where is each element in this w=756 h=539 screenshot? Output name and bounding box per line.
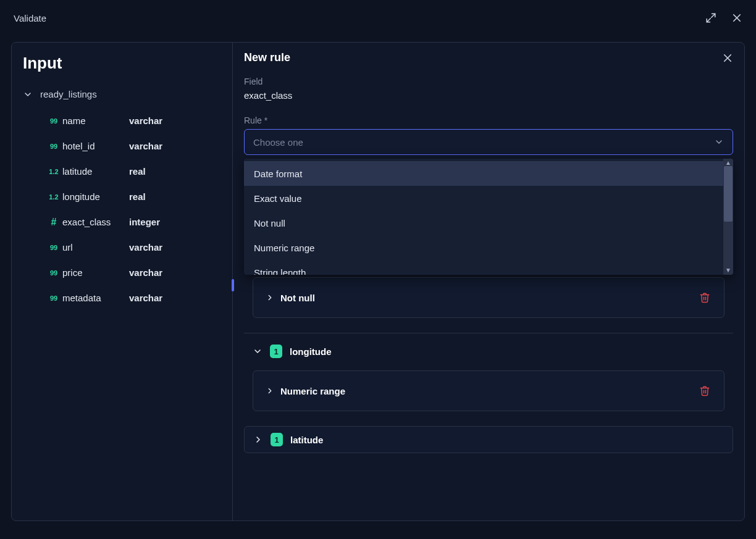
dropdown-item-numeric-range[interactable]: Numeric range (244, 235, 723, 260)
rule-name: Not null (280, 293, 315, 303)
field-type: integer (129, 217, 160, 227)
rule-name: Numeric range (280, 386, 345, 396)
field-type: real (129, 191, 146, 202)
chevron-down-icon (714, 137, 724, 147)
rule-dropdown-list: Date format Exact value Not null Numeric… (244, 159, 723, 275)
table-name: ready_listings (40, 89, 97, 99)
float-type-icon: 1.2 (45, 193, 62, 201)
new-rule-header: New rule (244, 51, 733, 64)
rule-select-placeholder: Choose one (253, 137, 303, 148)
page-title: Validate (14, 13, 46, 23)
field-type: varchar (129, 115, 162, 126)
chevron-right-icon[interactable] (266, 293, 274, 302)
main-panel: Input ready_listings 99 name varchar 99 … (11, 42, 745, 521)
table-tree-root[interactable]: ready_listings (20, 85, 224, 103)
string-type-icon: 99 (45, 143, 62, 150)
string-type-icon: 99 (45, 117, 62, 125)
new-rule-panel: New rule Field exact_class Rule * Choose… (233, 43, 744, 520)
field-row[interactable]: 99 price varchar (20, 260, 224, 285)
chevron-down-icon (23, 90, 33, 99)
close-icon[interactable] (731, 12, 742, 23)
field-row[interactable]: 1.2 latitude real (20, 159, 224, 184)
trash-icon[interactable] (699, 292, 710, 303)
rule-card-numeric-range: Numeric range (253, 370, 724, 411)
scroll-up-icon[interactable]: ▲ (725, 160, 731, 166)
dropdown-scrollbar[interactable]: ▲ ▼ (723, 159, 733, 275)
svg-line-1 (707, 19, 710, 22)
expand-icon[interactable] (705, 12, 716, 23)
rule-select[interactable]: Choose one (244, 129, 733, 155)
topbar: Validate (0, 0, 756, 35)
rule-card-not-null: Not null (253, 277, 724, 318)
chevron-right-icon (253, 435, 263, 445)
field-name: hotel_id (62, 141, 129, 151)
group-block-latitude: 1 latitude (244, 426, 733, 453)
dropdown-item-string-length[interactable]: String length (244, 260, 723, 275)
field-name: price (62, 267, 129, 278)
new-rule-title: New rule (244, 51, 290, 64)
field-label: Field (244, 77, 733, 86)
group-header-longitude[interactable]: 1 longitude (244, 342, 733, 367)
group-header-latitude[interactable]: 1 latitude (245, 427, 733, 453)
field-type: varchar (129, 293, 162, 303)
field-row[interactable]: 1.2 longitude real (20, 184, 224, 209)
rule-label: Rule * (244, 115, 733, 125)
field-list: 99 name varchar 99 hotel_id varchar 1.2 … (20, 108, 224, 311)
field-type: varchar (129, 267, 162, 278)
field-name: latitude (62, 166, 129, 177)
resize-handle[interactable] (232, 279, 234, 291)
field-name: longitude (62, 191, 129, 202)
string-type-icon: 99 (45, 269, 62, 277)
field-name: name (62, 115, 129, 126)
input-heading: Input (23, 54, 224, 73)
dropdown-item-date-format[interactable]: Date format (244, 161, 723, 186)
group-name: latitude (290, 435, 323, 445)
rule-count-badge: 1 (270, 345, 282, 358)
field-row[interactable]: 99 name varchar (20, 108, 224, 133)
field-row[interactable]: 99 url varchar (20, 235, 224, 260)
field-type: real (129, 166, 146, 177)
rule-count-badge: 1 (271, 433, 283, 446)
scroll-down-icon[interactable]: ▼ (725, 267, 731, 274)
field-value: exact_class (244, 90, 733, 101)
chevron-down-icon (253, 346, 262, 356)
topbar-actions (705, 12, 742, 23)
existing-rules: Not null 1 longitude (244, 277, 733, 457)
chevron-right-icon[interactable] (266, 386, 274, 395)
dropdown-item-not-null[interactable]: Not null (244, 211, 723, 235)
rule-select-wrap: Choose one Date format Exact value Not n… (244, 129, 733, 155)
string-type-icon: 99 (45, 244, 62, 251)
float-type-icon: 1.2 (45, 168, 62, 175)
field-name: exact_class (62, 217, 129, 227)
field-name: metadata (62, 293, 129, 303)
field-type: varchar (129, 141, 162, 151)
string-type-icon: 99 (45, 295, 62, 302)
field-row[interactable]: 99 hotel_id varchar (20, 133, 224, 159)
input-panel: Input ready_listings 99 name varchar 99 … (12, 43, 233, 520)
divider (244, 333, 733, 333)
rule-dropdown: Date format Exact value Not null Numeric… (244, 159, 733, 275)
trash-icon[interactable] (699, 385, 710, 396)
field-row[interactable]: # exact_class integer (20, 209, 224, 235)
field-name: url (62, 242, 129, 253)
dropdown-item-exact-value[interactable]: Exact value (244, 186, 723, 211)
integer-type-icon: # (45, 217, 62, 228)
group-name: longitude (290, 346, 332, 357)
scroll-thumb[interactable] (724, 166, 733, 222)
field-type: varchar (129, 242, 162, 253)
close-icon[interactable] (722, 52, 733, 64)
field-row[interactable]: 99 metadata varchar (20, 285, 224, 311)
svg-line-0 (712, 14, 715, 17)
